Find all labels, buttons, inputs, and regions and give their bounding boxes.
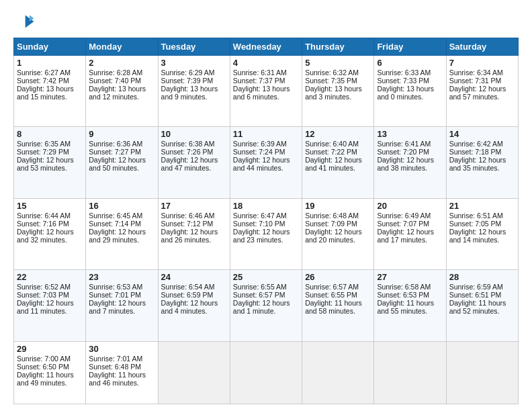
- daylight: Daylight: 12 hours and 32 minutes.: [17, 228, 74, 244]
- day-number: 2: [89, 58, 154, 68]
- calendar-cell: 28 Sunrise: 6:59 AM Sunset: 6:51 PM Dayl…: [446, 270, 518, 341]
- daylight: Daylight: 12 hours and 20 minutes.: [305, 228, 362, 244]
- sunrise: Sunrise: 6:59 AM: [449, 283, 503, 291]
- sunrise: Sunrise: 6:33 AM: [377, 68, 431, 77]
- sunset: Sunset: 7:22 PM: [305, 148, 357, 156]
- sunrise: Sunrise: 6:44 AM: [17, 212, 71, 220]
- sunset: Sunset: 7:05 PM: [449, 220, 502, 228]
- day-number: 6: [377, 58, 443, 68]
- daylight: Daylight: 11 hours and 52 minutes.: [449, 299, 506, 315]
- daylight: Daylight: 12 hours and 11 minutes.: [17, 299, 74, 315]
- sunrise: Sunrise: 6:54 AM: [161, 283, 215, 291]
- daylight: Daylight: 12 hours and 7 minutes.: [89, 299, 146, 315]
- sunrise: Sunrise: 6:28 AM: [89, 68, 142, 77]
- calendar-cell: 6 Sunrise: 6:33 AM Sunset: 7:33 PM Dayli…: [374, 56, 446, 127]
- day-number: 27: [377, 272, 443, 282]
- sunrise: Sunrise: 6:27 AM: [17, 68, 71, 77]
- daylight: Daylight: 12 hours and 38 minutes.: [377, 156, 434, 172]
- sunrise: Sunrise: 6:47 AM: [233, 212, 287, 220]
- sunrise: Sunrise: 6:45 AM: [89, 212, 142, 220]
- calendar-cell: 17 Sunrise: 6:46 AM Sunset: 7:12 PM Dayl…: [158, 198, 230, 269]
- day-number: 23: [89, 272, 154, 282]
- day-number: 14: [449, 129, 515, 139]
- sunset: Sunset: 7:37 PM: [233, 77, 285, 85]
- day-number: 1: [17, 58, 83, 68]
- sunrise: Sunrise: 6:41 AM: [377, 140, 431, 148]
- sunrise: Sunrise: 6:48 AM: [305, 212, 359, 220]
- calendar-cell: 30 Sunrise: 7:01 AM Sunset: 6:48 PM Dayl…: [86, 341, 158, 404]
- calendar-cell: 23 Sunrise: 6:53 AM Sunset: 7:01 PM Dayl…: [86, 270, 158, 341]
- calendar-cell: 11 Sunrise: 6:39 AM Sunset: 7:24 PM Dayl…: [230, 127, 302, 198]
- header: [13, 11, 519, 32]
- day-number: 22: [17, 272, 83, 282]
- sunset: Sunset: 7:18 PM: [449, 148, 502, 156]
- calendar-cell: 24 Sunrise: 6:54 AM Sunset: 6:59 PM Dayl…: [158, 270, 230, 341]
- calendar-cell: 29 Sunrise: 7:00 AM Sunset: 6:50 PM Dayl…: [14, 341, 86, 404]
- calendar-cell: 12 Sunrise: 6:40 AM Sunset: 7:22 PM Dayl…: [302, 127, 374, 198]
- daylight: Daylight: 13 hours and 3 minutes.: [305, 85, 362, 101]
- day-number: 28: [449, 272, 515, 282]
- daylight: Daylight: 12 hours and 53 minutes.: [17, 156, 74, 172]
- col-header-friday: Friday: [374, 38, 446, 56]
- day-number: 16: [89, 201, 154, 211]
- daylight: Daylight: 11 hours and 55 minutes.: [377, 299, 434, 315]
- daylight: Daylight: 11 hours and 58 minutes.: [305, 299, 362, 315]
- sunset: Sunset: 7:10 PM: [233, 220, 285, 228]
- sunrise: Sunrise: 6:34 AM: [449, 68, 503, 77]
- sunrise: Sunrise: 7:01 AM: [89, 355, 142, 363]
- calendar-cell: [446, 341, 518, 404]
- sunrise: Sunrise: 6:35 AM: [17, 140, 71, 148]
- daylight: Daylight: 12 hours and 1 minute.: [233, 299, 290, 315]
- col-header-sunday: Sunday: [14, 38, 86, 56]
- sunset: Sunset: 6:55 PM: [305, 291, 357, 299]
- col-header-thursday: Thursday: [302, 38, 374, 56]
- sunset: Sunset: 6:48 PM: [89, 363, 141, 371]
- day-number: 13: [377, 129, 443, 139]
- col-header-wednesday: Wednesday: [230, 38, 302, 56]
- sunset: Sunset: 7:03 PM: [17, 291, 69, 299]
- daylight: Daylight: 12 hours and 26 minutes.: [161, 228, 218, 244]
- calendar-cell: 8 Sunrise: 6:35 AM Sunset: 7:29 PM Dayli…: [14, 127, 86, 198]
- calendar-cell: 18 Sunrise: 6:47 AM Sunset: 7:10 PM Dayl…: [230, 198, 302, 269]
- daylight: Daylight: 13 hours and 0 minutes.: [377, 85, 434, 101]
- sunset: Sunset: 7:27 PM: [89, 148, 141, 156]
- sunrise: Sunrise: 6:55 AM: [233, 283, 287, 291]
- daylight: Daylight: 13 hours and 6 minutes.: [233, 85, 290, 101]
- sunrise: Sunrise: 6:39 AM: [233, 140, 287, 148]
- calendar-cell: 20 Sunrise: 6:49 AM Sunset: 7:07 PM Dayl…: [374, 198, 446, 269]
- sunset: Sunset: 7:20 PM: [377, 148, 429, 156]
- calendar-cell: 13 Sunrise: 6:41 AM Sunset: 7:20 PM Dayl…: [374, 127, 446, 198]
- daylight: Daylight: 13 hours and 12 minutes.: [89, 85, 146, 101]
- sunset: Sunset: 7:09 PM: [305, 220, 357, 228]
- sunrise: Sunrise: 6:51 AM: [449, 212, 503, 220]
- day-number: 10: [161, 129, 227, 139]
- calendar-cell: [302, 341, 374, 404]
- sunrise: Sunrise: 6:53 AM: [89, 283, 142, 291]
- daylight: Daylight: 12 hours and 41 minutes.: [305, 156, 362, 172]
- daylight: Daylight: 13 hours and 15 minutes.: [17, 85, 74, 101]
- day-number: 19: [305, 201, 371, 211]
- sunset: Sunset: 6:51 PM: [449, 291, 502, 299]
- col-header-monday: Monday: [86, 38, 158, 56]
- calendar-cell: 21 Sunrise: 6:51 AM Sunset: 7:05 PM Dayl…: [446, 198, 518, 269]
- sunset: Sunset: 6:53 PM: [377, 291, 429, 299]
- sunrise: Sunrise: 6:49 AM: [377, 212, 431, 220]
- calendar-cell: 7 Sunrise: 6:34 AM Sunset: 7:31 PM Dayli…: [446, 56, 518, 127]
- daylight: Daylight: 13 hours and 9 minutes.: [161, 85, 218, 101]
- daylight: Daylight: 12 hours and 35 minutes.: [449, 156, 506, 172]
- sunset: Sunset: 7:16 PM: [17, 220, 69, 228]
- day-number: 21: [449, 201, 515, 211]
- calendar-cell: 16 Sunrise: 6:45 AM Sunset: 7:14 PM Dayl…: [86, 198, 158, 269]
- sunset: Sunset: 7:26 PM: [161, 148, 214, 156]
- logo: [13, 11, 38, 32]
- sunrise: Sunrise: 6:36 AM: [89, 140, 142, 148]
- calendar-cell: 3 Sunrise: 6:29 AM Sunset: 7:39 PM Dayli…: [158, 56, 230, 127]
- sunset: Sunset: 7:35 PM: [305, 77, 357, 85]
- calendar-cell: 9 Sunrise: 6:36 AM Sunset: 7:27 PM Dayli…: [86, 127, 158, 198]
- sunset: Sunset: 7:12 PM: [161, 220, 214, 228]
- daylight: Daylight: 12 hours and 50 minutes.: [89, 156, 146, 172]
- sunset: Sunset: 7:01 PM: [89, 291, 141, 299]
- daylight: Daylight: 12 hours and 14 minutes.: [449, 228, 506, 244]
- day-number: 26: [305, 272, 371, 282]
- sunset: Sunset: 7:14 PM: [89, 220, 141, 228]
